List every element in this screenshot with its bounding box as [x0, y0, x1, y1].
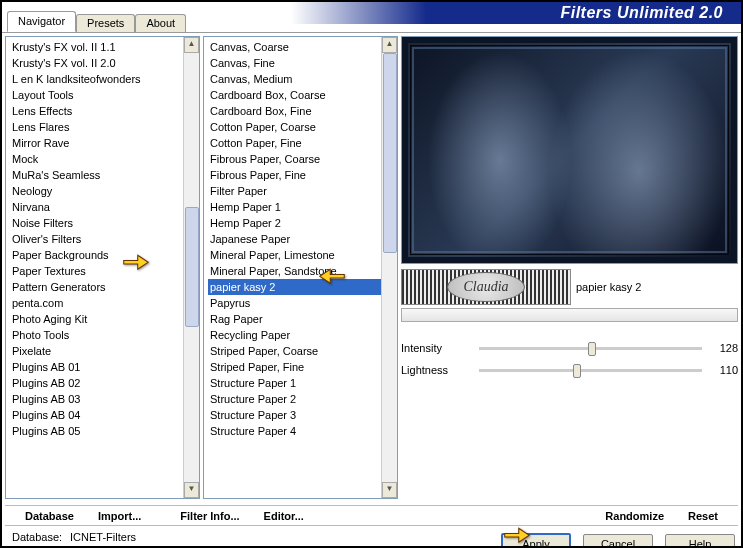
footer-info: Database: ICNET-Filters Filters: 4103 — [12, 531, 136, 548]
scrollbar[interactable]: ▲ ▼ — [381, 37, 397, 498]
filter-item[interactable]: Mineral Paper, Limestone — [208, 247, 397, 263]
filter-item[interactable]: Structure Paper 3 — [208, 407, 397, 423]
category-item[interactable]: Photo Aging Kit — [10, 311, 199, 327]
tab-presets[interactable]: Presets — [76, 14, 135, 32]
category-item[interactable]: Oliver's Filters — [10, 231, 199, 247]
category-item[interactable]: L en K landksiteofwonders — [10, 71, 199, 87]
category-list-panel: Krusty's FX vol. II 1.1Krusty's FX vol. … — [5, 36, 200, 499]
filter-item[interactable]: papier kasy 2 — [208, 279, 397, 295]
selected-filter-name: papier kasy 2 — [576, 281, 641, 293]
category-item[interactable]: penta.com — [10, 295, 199, 311]
category-item[interactable]: Nirvana — [10, 199, 199, 215]
footer: Database: ICNET-Filters Filters: 4103 Ap… — [2, 526, 741, 548]
filter-list-panel: Canvas, CoarseCanvas, FineCanvas, Medium… — [203, 36, 398, 499]
category-item[interactable]: Neology — [10, 183, 199, 199]
filter-item[interactable]: Japanese Paper — [208, 231, 397, 247]
category-item[interactable]: Photo Tools — [10, 327, 199, 343]
db-value: ICNET-Filters — [70, 531, 136, 543]
filter-item[interactable]: Recycling Paper — [208, 327, 397, 343]
scroll-thumb[interactable] — [185, 207, 199, 327]
filter-item[interactable]: Striped Paper, Fine — [208, 359, 397, 375]
param-row-lightness: Lightness 110 — [401, 362, 738, 378]
category-item[interactable]: Mock — [10, 151, 199, 167]
filter-item[interactable]: Canvas, Medium — [208, 71, 397, 87]
category-item[interactable]: Plugins AB 03 — [10, 391, 199, 407]
cancel-button[interactable]: Cancel — [583, 534, 653, 548]
filter-item[interactable]: Fibrous Paper, Fine — [208, 167, 397, 183]
help-button[interactable]: Help — [665, 534, 735, 548]
filter-info-button[interactable]: Filter Info... — [168, 510, 251, 522]
filter-item[interactable]: Cotton Paper, Fine — [208, 135, 397, 151]
category-item[interactable]: Krusty's FX vol. II 2.0 — [10, 55, 199, 71]
category-item[interactable]: Noise Filters — [10, 215, 199, 231]
category-item[interactable]: Plugins AB 05 — [10, 423, 199, 439]
filter-item[interactable]: Fibrous Paper, Coarse — [208, 151, 397, 167]
category-list[interactable]: Krusty's FX vol. II 1.1Krusty's FX vol. … — [6, 37, 199, 481]
app-title: Filters Unlimited 2.0 — [291, 2, 741, 24]
category-item[interactable]: Pattern Generators — [10, 279, 199, 295]
scrollbar[interactable]: ▲ ▼ — [183, 37, 199, 498]
filter-item[interactable]: Rag Paper — [208, 311, 397, 327]
tab-bar: Navigator Presets About — [7, 11, 186, 32]
filter-item[interactable]: Structure Paper 2 — [208, 391, 397, 407]
preview-panel: Claudia papier kasy 2 Intensity 128 Ligh… — [401, 36, 738, 499]
filter-item[interactable]: Mineral Paper, Sandstone — [208, 263, 397, 279]
apply-button[interactable]: Apply — [501, 533, 571, 548]
watermark-stamp: Claudia — [401, 269, 571, 305]
category-item[interactable]: Lens Effects — [10, 103, 199, 119]
param-value-lightness: 110 — [710, 364, 738, 376]
scroll-up-button[interactable]: ▲ — [382, 37, 397, 53]
filter-item[interactable]: Canvas, Coarse — [208, 39, 397, 55]
category-item[interactable]: Paper Backgrounds — [10, 247, 199, 263]
tab-navigator[interactable]: Navigator — [7, 11, 76, 32]
scroll-down-button[interactable]: ▼ — [382, 482, 397, 498]
filter-item[interactable]: Hemp Paper 1 — [208, 199, 397, 215]
filter-item[interactable]: Cardboard Box, Coarse — [208, 87, 397, 103]
scroll-up-button[interactable]: ▲ — [184, 37, 199, 53]
param-value-intensity: 128 — [710, 342, 738, 354]
category-item[interactable]: Layout Tools — [10, 87, 199, 103]
randomize-button[interactable]: Randomize — [593, 510, 676, 522]
preview-name-row: Claudia papier kasy 2 — [401, 269, 738, 305]
editor-button[interactable]: Editor... — [252, 510, 316, 522]
param-label-intensity: Intensity — [401, 342, 471, 354]
filter-list[interactable]: Canvas, CoarseCanvas, FineCanvas, Medium… — [204, 37, 397, 481]
category-item[interactable]: MuRa's Seamless — [10, 167, 199, 183]
filter-item[interactable]: Cotton Paper, Coarse — [208, 119, 397, 135]
category-item[interactable]: Plugins AB 01 — [10, 359, 199, 375]
slider-intensity[interactable] — [479, 347, 702, 350]
category-item[interactable]: Plugins AB 02 — [10, 375, 199, 391]
progress-bar — [401, 308, 738, 322]
scroll-down-button[interactable]: ▼ — [184, 482, 199, 498]
slider-lightness[interactable] — [479, 369, 702, 372]
filter-item[interactable]: Structure Paper 1 — [208, 375, 397, 391]
filter-item[interactable]: Hemp Paper 2 — [208, 215, 397, 231]
category-item[interactable]: Pixelate — [10, 343, 199, 359]
filter-item[interactable]: Structure Paper 4 — [208, 423, 397, 439]
filter-item[interactable]: Filter Paper — [208, 183, 397, 199]
filter-item[interactable]: Canvas, Fine — [208, 55, 397, 71]
category-item[interactable]: Krusty's FX vol. II 1.1 — [10, 39, 199, 55]
scroll-thumb[interactable] — [383, 53, 397, 253]
category-item[interactable]: Paper Textures — [10, 263, 199, 279]
reset-button[interactable]: Reset — [676, 510, 730, 522]
filter-item[interactable]: Striped Paper, Coarse — [208, 343, 397, 359]
category-item[interactable]: Mirror Rave — [10, 135, 199, 151]
action-bar: Database Import... Filter Info... Editor… — [5, 505, 738, 526]
db-label: Database: — [12, 531, 67, 543]
param-row-intensity: Intensity 128 — [401, 340, 738, 356]
tab-about[interactable]: About — [135, 14, 186, 32]
main-area: Krusty's FX vol. II 1.1Krusty's FX vol. … — [2, 32, 741, 502]
filter-item[interactable]: Papyrus — [208, 295, 397, 311]
filter-item[interactable]: Cardboard Box, Fine — [208, 103, 397, 119]
import-button[interactable]: Import... — [86, 510, 153, 522]
category-item[interactable]: Lens Flares — [10, 119, 199, 135]
param-label-lightness: Lightness — [401, 364, 471, 376]
category-item[interactable]: Plugins AB 04 — [10, 407, 199, 423]
preview-image — [401, 36, 738, 264]
watermark-text: Claudia — [463, 279, 508, 295]
database-button[interactable]: Database — [13, 510, 86, 522]
